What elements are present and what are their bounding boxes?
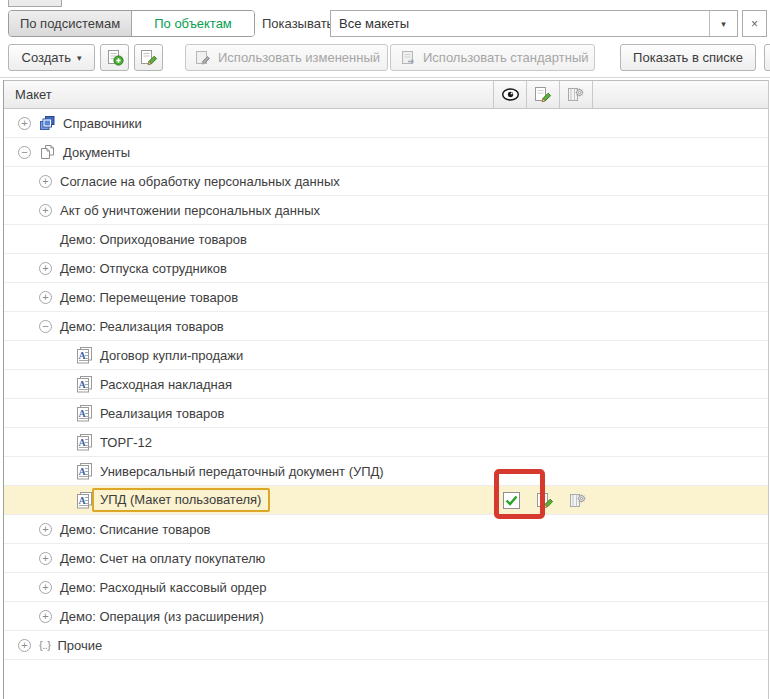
expand-icon[interactable]: + xyxy=(39,581,52,594)
tree-row[interactable]: AРасходная накладная xyxy=(4,370,768,399)
tree-row[interactable]: Демо: Оприходование товаров xyxy=(4,225,768,254)
column-header-standard[interactable] xyxy=(559,81,592,108)
use-modified-label: Использовать измененный xyxy=(218,50,380,65)
tree-row[interactable]: −Документы xyxy=(4,138,768,167)
tab-by-subsystems[interactable]: По подсистемам xyxy=(9,11,132,36)
tree-row-label: Демо: Расходный кассовый ордер xyxy=(60,580,267,595)
expand-icon[interactable]: + xyxy=(39,175,52,188)
layout-icon: A xyxy=(76,492,93,509)
expand-icon[interactable]: + xyxy=(39,610,52,623)
collapse-icon[interactable]: − xyxy=(39,320,52,333)
standard-layout-cell-icon[interactable] xyxy=(561,486,594,514)
tab-by-objects[interactable]: По объектам xyxy=(132,11,254,36)
tree-row-label: УПД (Макет пользователя) xyxy=(92,488,270,512)
tree-row[interactable]: AУниверсальный передаточный документ (УП… xyxy=(4,457,768,486)
tree-row[interactable]: +Демо: Списание товаров xyxy=(4,515,768,544)
edit-pencil-icon xyxy=(140,49,158,66)
show-in-list-label: Показать в списке xyxy=(633,50,743,65)
tree-row-label: Договор купли-продажи xyxy=(100,348,243,363)
edit-layout-button[interactable] xyxy=(134,44,163,71)
tree-row[interactable]: +Демо: Счет на оплату покупателю xyxy=(4,544,768,573)
tree-row[interactable]: +Акт об уничтожении персональных данных xyxy=(4,196,768,225)
expand-icon[interactable]: + xyxy=(18,639,31,652)
eye-icon xyxy=(501,88,520,101)
tree-row[interactable]: −Демо: Реализация товаров xyxy=(4,312,768,341)
layout-filter-combobox[interactable]: Все макеты ▾ xyxy=(330,10,738,37)
tree-row[interactable]: +Демо: Отпуска сотрудников xyxy=(4,254,768,283)
standard-layout-gear-icon xyxy=(567,86,585,103)
layout-icon: A xyxy=(76,434,93,451)
view-switch: По подсистемам По объектам xyxy=(8,10,255,37)
show-in-list-button[interactable]: Показать в списке xyxy=(620,44,756,71)
tree-row-label: Демо: Перемещение товаров xyxy=(60,290,238,305)
use-standard-icon xyxy=(400,50,417,66)
tree-row-label: Демо: Реализация товаров xyxy=(60,319,224,334)
tree-row-label: ТОРГ-12 xyxy=(100,435,152,450)
use-standard-button[interactable]: Использовать стандартный xyxy=(390,44,595,71)
layouts-manager-window: По подсистемам По объектам Показывать: В… xyxy=(0,0,770,699)
tree-row[interactable]: +Демо: Перемещение товаров xyxy=(4,283,768,312)
tree-row-label: Согласие на обработку персональных данны… xyxy=(60,174,340,189)
add-layout-button[interactable] xyxy=(100,44,129,71)
edit-layout-cell-icon[interactable] xyxy=(528,486,561,514)
tree-row-label: Документы xyxy=(63,145,130,160)
tree-row[interactable]: +Демо: Операция (из расширения) xyxy=(4,602,768,631)
use-standard-label: Использовать стандартный xyxy=(423,50,589,65)
tree-row[interactable]: AДоговор купли-продажи xyxy=(4,341,768,370)
tree-row-label: Демо: Отпуска сотрудников xyxy=(60,261,227,276)
tree-row-label: Универсальный передаточный документ (УПД… xyxy=(100,464,384,479)
edit-layout-icon xyxy=(534,86,552,103)
expand-icon[interactable]: + xyxy=(39,262,52,275)
tree-row-label: Справочники xyxy=(63,116,142,131)
layout-icon: A xyxy=(76,376,93,393)
use-modified-button[interactable]: Использовать измененный xyxy=(185,44,388,71)
show-filter-label: Показывать: xyxy=(262,16,337,31)
tree-rows-area: +Справочники−Документы+Согласие на обраб… xyxy=(4,109,768,660)
create-button[interactable]: Создать ▾ xyxy=(8,44,95,71)
layouts-tree-table: Макет xyxy=(3,80,769,699)
expand-icon[interactable]: + xyxy=(39,523,52,536)
chevron-down-icon: ▾ xyxy=(77,53,82,63)
tree-row[interactable]: +Справочники xyxy=(4,109,768,138)
tree-row[interactable]: AТОРГ-12 xyxy=(4,428,768,457)
braces-icon: {..} xyxy=(39,639,50,651)
tree-row-label: Расходная накладная xyxy=(100,377,232,392)
tab-by-subsystems-label: По подсистемам xyxy=(20,16,120,31)
used-layout-checkbox[interactable] xyxy=(495,486,528,514)
expand-icon[interactable]: + xyxy=(39,291,52,304)
tree-row-label: Демо: Счет на оплату покупателю xyxy=(60,551,265,566)
documents-icon xyxy=(39,144,56,160)
tree-row[interactable]: +{..}Прочие xyxy=(4,631,768,660)
layout-icon: A xyxy=(76,463,93,480)
clear-filter-button[interactable]: × xyxy=(742,10,767,37)
column-header-layout[interactable]: Макет xyxy=(4,81,493,108)
clipped-toolbar-button[interactable] xyxy=(764,44,770,71)
window-tab-stub xyxy=(8,0,62,7)
column-header-modified[interactable] xyxy=(526,81,559,108)
add-document-icon xyxy=(106,49,124,66)
tree-row-label: Демо: Операция (из расширения) xyxy=(60,609,264,624)
layout-icon: A xyxy=(76,347,93,364)
toolbar-separator xyxy=(0,77,770,78)
tree-row-label: Демо: Оприходование товаров xyxy=(60,232,247,247)
catalogs-icon xyxy=(39,115,56,131)
table-header: Макет xyxy=(4,80,768,109)
tree-row[interactable]: AРеализация товаров xyxy=(4,399,768,428)
tree-row[interactable]: +Согласие на обработку персональных данн… xyxy=(4,167,768,196)
column-header-layout-label: Макет xyxy=(15,87,52,102)
chevron-down-icon[interactable]: ▾ xyxy=(709,11,737,36)
column-header-visibility[interactable] xyxy=(493,81,526,108)
use-modified-icon xyxy=(195,50,212,66)
layout-icon: A xyxy=(76,405,93,422)
tree-row[interactable]: +Демо: Расходный кассовый ордер xyxy=(4,573,768,602)
expand-icon[interactable]: + xyxy=(18,117,31,130)
tab-by-objects-label: По объектам xyxy=(154,16,232,31)
tree-row-label: Реализация товаров xyxy=(100,406,224,421)
tree-row-label: Прочие xyxy=(57,638,102,653)
tree-row-selected[interactable]: AУПД (Макет пользователя) xyxy=(4,486,768,515)
expand-icon[interactable]: + xyxy=(39,552,52,565)
expand-icon[interactable]: + xyxy=(39,204,52,217)
collapse-icon[interactable]: − xyxy=(18,146,31,159)
create-button-label: Создать xyxy=(22,50,71,65)
layout-filter-value: Все макеты xyxy=(331,11,709,36)
